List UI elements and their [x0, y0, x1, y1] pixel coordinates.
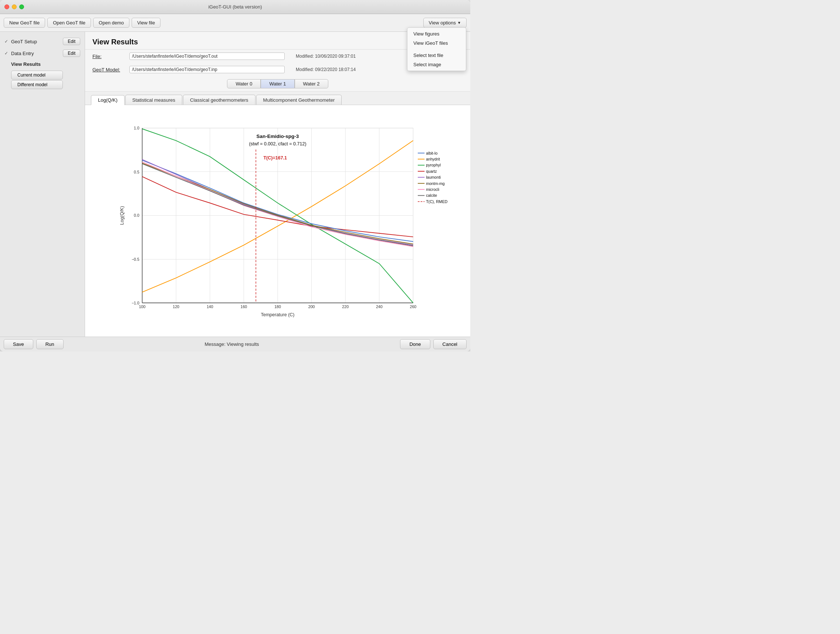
svg-text:0.5: 0.5 [134, 170, 139, 174]
svg-text:220: 220 [342, 304, 349, 309]
title-bar: iGeoT-GUI (beta version) [0, 0, 470, 14]
legend-montmmg: montm-mg [426, 181, 445, 186]
view-options-dropdown: View figures View iGeoT files Select tex… [407, 27, 466, 71]
sidebar-item-geot-setup[interactable]: ✓ GeoT Setup Edit [0, 35, 85, 47]
legend-quartz: quartz [426, 169, 437, 174]
open-demo-button[interactable]: Open demo [93, 18, 129, 28]
maximize-button[interactable] [19, 5, 24, 9]
select-image-item[interactable]: Select image [407, 60, 466, 69]
view-results-title: View Results [92, 38, 138, 46]
water-tab-1[interactable]: Water 1 [261, 79, 294, 89]
tab-multicomponent[interactable]: Multicomponent Geothermometer [256, 95, 342, 105]
svg-text:160: 160 [241, 304, 247, 309]
cancel-button[interactable]: Cancel [433, 339, 467, 349]
view-file-button[interactable]: View file [132, 18, 161, 28]
tab-statistical[interactable]: Statistical measures [125, 95, 182, 105]
geot-setup-check-icon: ✓ [5, 39, 9, 44]
svg-text:0.0: 0.0 [134, 213, 139, 218]
svg-text:1.0: 1.0 [134, 126, 139, 130]
legend-calcite: calcite [426, 193, 437, 198]
chart-title-line1: San-Emidio-spg-3 [257, 134, 299, 139]
tab-logqk[interactable]: Log(Q/K) [91, 95, 125, 105]
view-figures-item[interactable]: View figures [407, 29, 466, 38]
file-path-input[interactable] [129, 52, 285, 60]
svg-text:240: 240 [376, 304, 383, 309]
svg-text:100: 100 [139, 304, 146, 309]
main-area: ✓ GeoT Setup Edit ✓ Data Entry Edit View… [0, 32, 470, 337]
svg-text:140: 140 [207, 304, 213, 309]
chart-svg: San-Emidio-spg-3 (stwf = 0.002, cfact = … [89, 121, 467, 321]
open-geot-button[interactable]: Open GeoT file [47, 18, 91, 28]
traffic-lights [5, 5, 24, 9]
x-axis-label: Temperature (C) [261, 312, 294, 317]
svg-text:260: 260 [410, 304, 417, 309]
model-modified-text: Modified: 09/22/2020 18:07:14 [296, 67, 356, 72]
tab-classical[interactable]: Classical geothermometers [183, 95, 256, 105]
different-model-button[interactable]: Different model [11, 80, 63, 89]
select-text-file-item[interactable]: Select text file [407, 51, 466, 60]
data-entry-label: Data Entry [11, 51, 34, 56]
legend-microcli: microcli [426, 187, 439, 191]
chart-title-line2: (stwf = 0.002, cfact = 0.712) [249, 141, 306, 147]
sidebar-item-data-entry[interactable]: ✓ Data Entry Edit [0, 47, 85, 59]
svg-text:180: 180 [274, 304, 281, 309]
done-button[interactable]: Done [400, 339, 430, 349]
data-entry-edit-button[interactable]: Edit [63, 49, 80, 57]
view-options-button[interactable]: View options ▼ View figures View iGeoT f… [423, 18, 467, 28]
model-path-input[interactable] [129, 66, 285, 73]
legend-albitlo: albit-lo [426, 151, 437, 155]
svg-text:−1.0: −1.0 [132, 301, 139, 305]
y-axis-label: Log(Q/K) [119, 206, 125, 225]
view-igeot-files-item[interactable]: View iGeoT files [407, 38, 466, 48]
sidebar-item-view-results[interactable]: View Results [0, 59, 85, 69]
status-message: Message: Viewing results [66, 342, 398, 347]
sidebar-sub-items: Current model Different model [0, 69, 85, 91]
geot-setup-label: GeoT Setup [11, 39, 37, 44]
temp-marker-label: T(C)=167.1 [263, 155, 287, 161]
chevron-down-icon: ▼ [457, 21, 461, 25]
legend-anhydrit: anhydrit [426, 157, 440, 161]
water-tab-2[interactable]: Water 2 [295, 79, 328, 89]
current-model-button[interactable]: Current model [11, 71, 63, 79]
chart-container: San-Emidio-spg-3 (stwf = 0.002, cfact = … [85, 105, 470, 337]
content-area: View Results File: Modified: 10/06/2020 … [85, 32, 470, 337]
file-label: File: [92, 54, 126, 59]
window-title: iGeoT-GUI (beta version) [208, 4, 262, 9]
sidebar: ✓ GeoT Setup Edit ✓ Data Entry Edit View… [0, 32, 85, 337]
legend-tc-rmed: T(C), RMED [426, 199, 448, 204]
save-button[interactable]: Save [4, 339, 33, 349]
water-tab-0[interactable]: Water 0 [227, 79, 261, 89]
svg-text:120: 120 [173, 304, 179, 309]
file-modified-text: Modified: 10/06/2020 09:37:01 [296, 54, 356, 59]
run-button[interactable]: Run [36, 339, 63, 349]
analysis-tabs: Log(Q/K) Statistical measures Classical … [85, 92, 470, 105]
view-results-sidebar-label: View Results [11, 62, 41, 67]
legend-pyrophyl: pyrophyl [426, 163, 441, 167]
data-entry-check-icon: ✓ [5, 51, 9, 56]
legend-laumonti: laumonti [426, 175, 441, 179]
geot-setup-edit-button[interactable]: Edit [63, 38, 80, 45]
svg-text:200: 200 [308, 304, 315, 309]
new-geot-button[interactable]: New GeoT file [4, 18, 45, 28]
toolbar: New GeoT file Open GeoT file Open demo V… [0, 14, 470, 32]
model-label: GeoT Model: [92, 67, 126, 73]
minimize-button[interactable] [12, 5, 17, 9]
water-tabs-row: Water 0 Water 1 Water 2 [85, 76, 470, 92]
svg-text:−0.5: −0.5 [132, 257, 139, 261]
view-options-label: View options [429, 20, 456, 25]
close-button[interactable] [5, 5, 9, 9]
main-window: iGeoT-GUI (beta version) New GeoT file O… [0, 0, 470, 351]
status-bar: Save Run Message: Viewing results Done C… [0, 337, 470, 351]
